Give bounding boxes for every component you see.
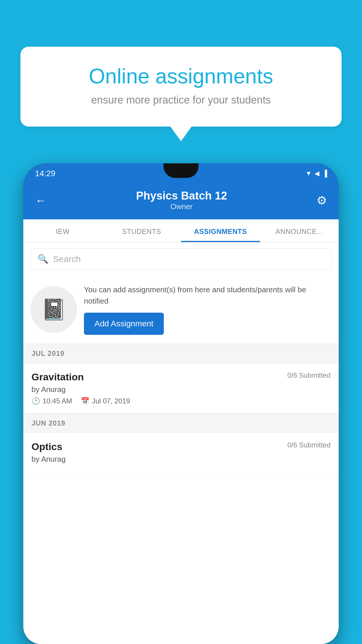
speech-bubble-subtitle: ensure more practice for your students: [41, 94, 321, 106]
status-time: 14:29: [35, 169, 55, 178]
back-button[interactable]: ←: [35, 194, 47, 207]
assignment-by: by Anurag: [31, 385, 331, 394]
assignment-submitted: 0/6 Submitted: [287, 371, 331, 379]
signal-icon: ◀: [314, 170, 319, 177]
assignment-item-optics[interactable]: Optics 0/6 Submitted by Anurag: [23, 433, 339, 475]
phone-frame: 14:29 ▼ ◀ ▐ ← Physics Batch 12 Owner ⚙ I…: [23, 163, 339, 644]
assignment-by-optics: by Anurag: [31, 455, 331, 464]
app-header: ← Physics Batch 12 Owner ⚙: [23, 184, 339, 219]
assignment-date: 📅 Jul 07, 2019: [81, 397, 130, 405]
calendar-icon: 📅: [81, 397, 89, 405]
assignment-name: Gravitation: [31, 371, 84, 383]
phone-notch: [164, 163, 198, 178]
promo-right: You can add assignment(s) from here and …: [84, 284, 332, 335]
header-title: Physics Batch 12: [47, 190, 317, 202]
search-bar[interactable]: 🔍 Search: [30, 248, 332, 270]
clock-icon: 🕐: [31, 397, 40, 405]
tab-students[interactable]: STUDENTS: [102, 219, 181, 242]
promo-icon-circle: 📓: [30, 286, 77, 333]
settings-icon[interactable]: ⚙: [317, 194, 327, 207]
status-bar: 14:29 ▼ ◀ ▐: [23, 163, 339, 184]
search-icon: 🔍: [38, 254, 48, 264]
section-header-jun: JUN 2019: [23, 414, 339, 433]
battery-icon: ▐: [322, 170, 327, 177]
notebook-icon: 📓: [41, 298, 66, 321]
speech-bubble: Online assignments ensure more practice …: [20, 47, 342, 127]
assignment-row1: Gravitation 0/6 Submitted: [31, 371, 331, 383]
assignment-time-value: 10:45 AM: [43, 397, 72, 405]
assignment-meta: 🕐 10:45 AM 📅 Jul 07, 2019: [31, 397, 331, 405]
assignment-date-value: Jul 07, 2019: [92, 397, 130, 405]
assignment-name-optics: Optics: [31, 441, 62, 452]
assignment-time: 🕐 10:45 AM: [31, 397, 72, 405]
wifi-icon: ▼: [305, 170, 312, 177]
search-bar-container: 🔍 Search: [23, 242, 339, 275]
content-area: 🔍 Search 📓 You can add assignment(s) fro…: [23, 242, 339, 644]
section-header-jul: JUL 2019: [23, 344, 339, 363]
assignment-promo: 📓 You can add assignment(s) from here an…: [23, 275, 339, 344]
tabs-bar: IEW STUDENTS ASSIGNMENTS ANNOUNCE...: [23, 219, 339, 242]
search-placeholder: Search: [53, 254, 81, 264]
status-icons: ▼ ◀ ▐: [305, 170, 327, 177]
assignment-item-gravitation[interactable]: Gravitation 0/6 Submitted by Anurag 🕐 10…: [23, 363, 339, 414]
header-subtitle: Owner: [47, 202, 317, 211]
header-center: Physics Batch 12 Owner: [47, 190, 317, 211]
assignment-row1-optics: Optics 0/6 Submitted: [31, 441, 331, 452]
add-assignment-button[interactable]: Add Assignment: [84, 313, 164, 335]
assignment-submitted-optics: 0/6 Submitted: [287, 441, 331, 449]
promo-text: You can add assignment(s) from here and …: [84, 284, 332, 307]
tab-assignments[interactable]: ASSIGNMENTS: [181, 219, 260, 242]
tab-iew[interactable]: IEW: [23, 219, 102, 242]
tab-announcements[interactable]: ANNOUNCE...: [260, 219, 339, 242]
speech-bubble-title: Online assignments: [41, 64, 321, 88]
